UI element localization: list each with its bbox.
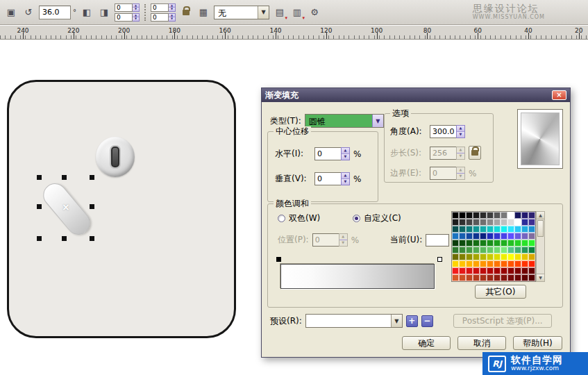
palette-color-swatch[interactable]	[459, 212, 466, 219]
offset-x-bottom-spinner[interactable]: ▲▼	[133, 13, 140, 22]
scrollbar-thumb[interactable]	[537, 220, 544, 237]
mirror-horizontal-icon[interactable]: ◧	[80, 6, 94, 19]
palette-color-swatch[interactable]	[528, 253, 535, 260]
offset-x-bottom-input[interactable]: 0	[115, 13, 133, 22]
offset-y-top-input[interactable]: 0	[151, 3, 169, 12]
palette-color-swatch[interactable]	[501, 253, 507, 260]
angle-value[interactable]: 300.0	[430, 125, 456, 138]
palette-color-swatch[interactable]	[480, 267, 487, 274]
palette-color-swatch[interactable]	[528, 226, 535, 233]
palette-color-swatch[interactable]	[501, 267, 507, 274]
palette-color-swatch[interactable]	[466, 260, 473, 267]
spin-up-icon[interactable]: ▲	[342, 173, 349, 178]
palette-color-swatch[interactable]	[459, 226, 466, 233]
palette-color-swatch[interactable]	[473, 219, 480, 226]
spin-down-icon[interactable]: ▼	[342, 178, 349, 185]
palette-color-swatch[interactable]	[452, 274, 459, 281]
lock-ratio-icon[interactable]	[179, 6, 193, 19]
spin-down-icon[interactable]: ▼	[169, 7, 175, 11]
palette-color-swatch[interactable]	[494, 274, 501, 281]
palette-color-swatch[interactable]	[487, 226, 494, 233]
palette-color-swatch[interactable]	[466, 240, 473, 247]
palette-color-swatch[interactable]	[528, 219, 535, 226]
palette-scrollbar[interactable]: ▲ ▼	[536, 211, 545, 282]
palette-color-swatch[interactable]	[514, 219, 521, 226]
horizontal-value[interactable]: 0	[314, 147, 341, 160]
palette-color-swatch[interactable]	[487, 212, 494, 219]
palette-color-swatch[interactable]	[480, 247, 487, 253]
close-button[interactable]: ×	[552, 90, 566, 100]
selection-handle-e[interactable]	[90, 204, 94, 209]
palette-color-swatch[interactable]	[494, 233, 501, 240]
palette-color-swatch[interactable]	[521, 267, 528, 274]
palette-color-swatch[interactable]	[521, 212, 528, 219]
chevron-down-icon[interactable]: ▼	[372, 115, 383, 127]
palette-color-swatch[interactable]	[459, 253, 466, 260]
remove-preset-button[interactable]: −	[421, 315, 433, 327]
palette-color-swatch[interactable]	[494, 267, 501, 274]
palette-color-swatch[interactable]	[507, 219, 514, 226]
palette-color-swatch[interactable]	[473, 212, 480, 219]
custom-radio[interactable]: 自定义(C)	[353, 212, 401, 224]
palette-color-swatch[interactable]	[487, 233, 494, 240]
selection-handle-se[interactable]	[90, 236, 94, 241]
mirror-vertical-icon[interactable]: ◨	[97, 6, 111, 19]
palette-color-swatch[interactable]	[452, 212, 459, 219]
palette-color-swatch[interactable]	[473, 253, 480, 260]
spin-down-icon[interactable]: ▼	[342, 153, 349, 160]
palette-color-swatch[interactable]	[473, 226, 480, 233]
palette-color-swatch[interactable]	[473, 240, 480, 247]
palette-color-swatch[interactable]	[466, 226, 473, 233]
selection-handle-n[interactable]	[62, 175, 67, 180]
palette-color-swatch[interactable]	[466, 267, 473, 274]
palette-color-swatch[interactable]	[507, 274, 514, 281]
chevron-down-icon[interactable]: ▼	[258, 6, 269, 19]
palette-color-swatch[interactable]	[507, 233, 514, 240]
horizontal-spin-buttons[interactable]: ▲▼	[341, 147, 350, 160]
palette-color-swatch[interactable]	[452, 247, 459, 253]
palette-color-swatch[interactable]	[480, 212, 487, 219]
offset-y-bottom-spinner[interactable]: ▲▼	[169, 13, 176, 22]
palette-color-swatch[interactable]	[459, 274, 466, 281]
palette-color-swatch[interactable]	[514, 212, 521, 219]
palette-color-swatch[interactable]	[514, 253, 521, 260]
palette-color-swatch[interactable]	[501, 212, 507, 219]
radio-circle-icon[interactable]	[353, 215, 360, 222]
palette-color-swatch[interactable]	[514, 233, 521, 240]
palette-color-swatch[interactable]	[521, 260, 528, 267]
offset-x-top-spinner[interactable]: ▲▼	[133, 3, 140, 12]
palette-color-swatch[interactable]	[507, 226, 514, 233]
palette-color-swatch[interactable]	[507, 267, 514, 274]
palette-color-swatch[interactable]	[501, 274, 507, 281]
selection-handle-w[interactable]	[37, 204, 42, 209]
palette-color-swatch[interactable]	[487, 274, 494, 281]
palette-color-swatch[interactable]	[521, 274, 528, 281]
palette-color-swatch[interactable]	[466, 253, 473, 260]
radio-circle-icon[interactable]	[278, 215, 285, 222]
palette-color-swatch[interactable]	[452, 219, 459, 226]
palette-color-swatch[interactable]	[521, 226, 528, 233]
scroll-down-icon[interactable]: ▼	[537, 274, 544, 281]
palette-color-swatch[interactable]	[466, 274, 473, 281]
vertical-spinner[interactable]: 0 ▲▼	[314, 172, 350, 185]
palette-color-swatch[interactable]	[494, 260, 501, 267]
rotate-icon[interactable]: ↺	[22, 6, 35, 19]
ruler[interactable]: 24022020018016014012010080604020	[0, 26, 588, 40]
palette-color-swatch[interactable]	[452, 267, 459, 274]
offset-y-bottom-input[interactable]: 0	[151, 13, 169, 22]
current-color-swatch[interactable]	[426, 234, 449, 247]
grid-icon[interactable]: ▦	[196, 6, 210, 19]
palette-color-swatch[interactable]	[480, 274, 487, 281]
wrap-paragraph-icon[interactable]: ▤	[273, 6, 287, 19]
selection-center-marker[interactable]: ×	[62, 201, 70, 212]
angle-spin-buttons[interactable]: ▲▼	[456, 125, 465, 138]
presets-dropdown[interactable]: ▼	[305, 314, 403, 328]
selection-handle-ne[interactable]	[90, 175, 94, 180]
two-color-radio[interactable]: 双色(W)	[278, 212, 320, 224]
cancel-button[interactable]: 取消	[457, 336, 506, 350]
lock-position-icon[interactable]: ▣	[4, 6, 18, 19]
palette-color-swatch[interactable]	[473, 274, 480, 281]
palette-color-swatch[interactable]	[480, 219, 487, 226]
steps-lock-button[interactable]	[469, 146, 481, 160]
palette-color-swatch[interactable]	[514, 260, 521, 267]
